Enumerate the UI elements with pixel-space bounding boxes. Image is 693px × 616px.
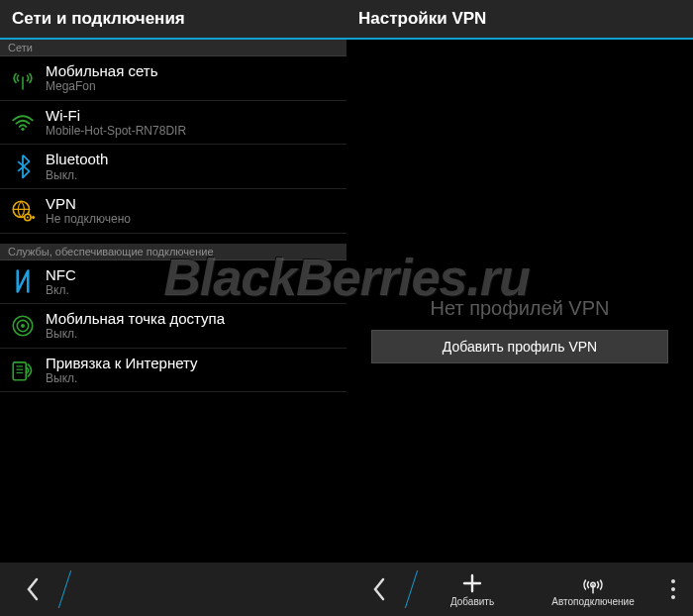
list-item-vpn[interactable]: VPN Не подключено <box>0 189 346 234</box>
svg-point-1 <box>21 128 24 131</box>
back-button[interactable] <box>0 563 65 616</box>
bottom-bar: Добавить Автоподключе <box>346 563 693 616</box>
list-item-label: VPN <box>46 195 339 212</box>
toolbar-autoconnect-button[interactable]: Автоподключение <box>533 563 653 616</box>
tether-icon <box>8 356 38 385</box>
screen-vpn-settings: Настройки VPN Нет профилей VPN Добавить … <box>346 0 693 616</box>
list-body: Сети Мобильная сет <box>0 40 346 563</box>
nfc-icon <box>8 266 38 296</box>
page-title: Сети и подключения <box>0 0 346 40</box>
wifi-icon <box>8 107 38 137</box>
svg-rect-10 <box>13 362 26 380</box>
list-item-label: Мобильная сеть <box>46 62 339 79</box>
list-item-sub: Выкл. <box>46 327 339 341</box>
toolbar-add-button[interactable]: Добавить <box>412 563 533 616</box>
screen-network-connections: Сети и подключения Сети <box>0 0 346 616</box>
list-item-sub: Вкл. <box>46 283 339 297</box>
cellular-icon <box>8 63 38 93</box>
svg-point-18 <box>671 595 675 599</box>
section-header-services: Службы, обеспечивающие подключение <box>0 244 346 260</box>
bluetooth-icon <box>8 152 38 181</box>
vpn-icon <box>8 196 38 226</box>
list-item-sub: Mobile-Hot-Spot-RN78DIR <box>46 124 339 138</box>
section-header-networks: Сети <box>0 40 346 56</box>
page-title-text: Сети и подключения <box>12 9 185 29</box>
empty-state: Нет профилей VPN Добавить профиль VPN <box>346 297 693 363</box>
list-item-bluetooth[interactable]: Bluetooth Выкл. <box>0 145 346 189</box>
list-item-label: Wi-Fi <box>46 107 339 124</box>
plus-icon <box>462 572 482 594</box>
svg-point-16 <box>671 579 675 583</box>
list-item-wifi[interactable]: Wi-Fi Mobile-Hot-Spot-RN78DIR <box>0 101 346 146</box>
list-item-label: NFC <box>46 266 339 283</box>
list-item-label: Мобильная точка доступа <box>46 310 339 327</box>
list-item-sub: MegaFon <box>46 79 339 93</box>
svg-point-17 <box>671 587 675 591</box>
back-button[interactable] <box>346 563 412 616</box>
chevron-left-icon <box>370 576 388 602</box>
list-item-sub: Выкл. <box>46 371 339 385</box>
overflow-menu-button[interactable] <box>653 563 693 616</box>
list-item-label: Bluetooth <box>46 151 339 167</box>
toolbar-add-label: Добавить <box>450 596 494 607</box>
list-item-nfc[interactable]: NFC Вкл. <box>0 260 346 305</box>
page-title-text: Настройки VPN <box>358 9 486 29</box>
add-vpn-profile-button[interactable]: Добавить профиль VPN <box>371 330 668 363</box>
page-title: Настройки VPN <box>346 0 693 40</box>
list-item-sub: Не подключено <box>46 212 339 226</box>
list-item-sub: Выкл. <box>46 168 339 182</box>
chevron-left-icon <box>24 576 42 602</box>
autoconnect-icon <box>581 572 605 594</box>
list-item-mobile-network[interactable]: Мобильная сеть MegaFon <box>0 56 346 101</box>
list-item-label: Привязка к Интернету <box>46 355 339 371</box>
bottom-bar <box>0 563 346 616</box>
list-item-tethering[interactable]: Привязка к Интернету Выкл. <box>0 349 346 393</box>
svg-point-9 <box>21 324 25 328</box>
toolbar-autoconnect-label: Автоподключение <box>551 596 634 607</box>
empty-state-title: Нет профилей VPN <box>346 297 693 320</box>
svg-point-4 <box>27 216 29 218</box>
more-vertical-icon <box>670 578 676 600</box>
hotspot-icon <box>8 311 38 341</box>
vpn-body: Нет профилей VPN Добавить профиль VPN <box>346 40 693 563</box>
list-item-hotspot[interactable]: Мобильная точка доступа Выкл. <box>0 304 346 349</box>
